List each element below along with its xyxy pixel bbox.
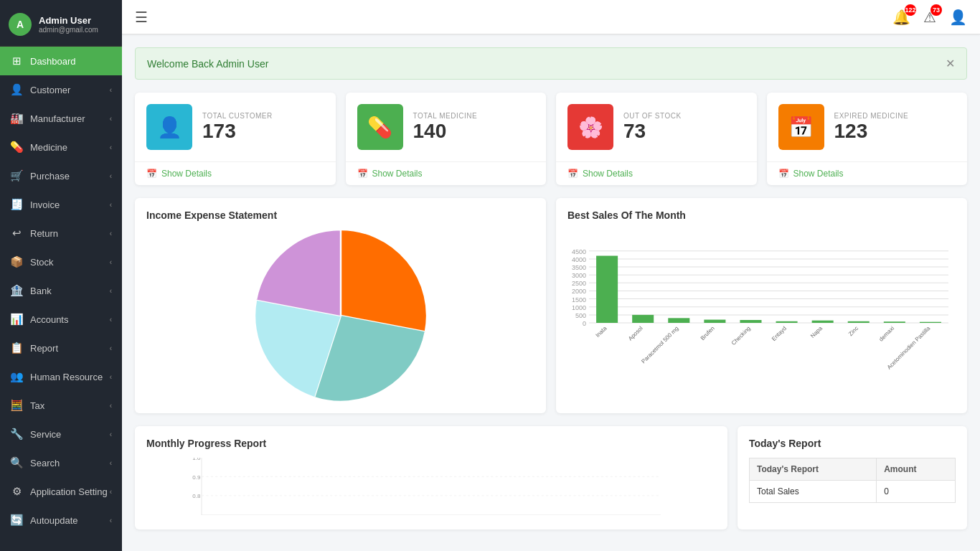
sidebar-item-application-setting[interactable]: ⚙ Application Setting ‹ — [0, 477, 122, 506]
sidebar-item-purchase[interactable]: 🛒 Purchase ‹ — [0, 161, 122, 190]
sidebar: A Admin User admin@gmail.com ⊞ Dashboard… — [0, 0, 122, 551]
user-email: admin@gmail.com — [39, 26, 98, 34]
sidebar-icon-accounts: 📊 — [10, 313, 23, 326]
calendar-icon: 📅 — [778, 169, 789, 179]
stat-icon-box-total-customer: 👤 — [146, 104, 192, 150]
sidebar-label-dashboard: Dashboard — [30, 56, 76, 67]
show-details-out-of-stock[interactable]: 📅 Show Details — [556, 161, 757, 185]
sidebar-label-return: Return — [30, 228, 58, 239]
svg-text:2000: 2000 — [572, 288, 586, 295]
svg-text:0: 0 — [583, 320, 586, 327]
sidebar-label-autoupdate: Autoupdate — [30, 515, 78, 526]
stat-card-top: 👤 TOTAL CUSTOMER 173 — [135, 93, 336, 161]
sidebar-item-return[interactable]: ↩ Return ‹ — [0, 219, 122, 248]
report-table-row: Total Sales 0 — [750, 481, 956, 503]
sidebar-item-medicine[interactable]: 💊 Medicine ‹ — [0, 133, 122, 161]
sidebar-item-stock[interactable]: 📦 Stock ‹ — [0, 248, 122, 276]
svg-text:1.0: 1.0 — [192, 458, 201, 461]
show-details-label: Show Details — [793, 169, 844, 179]
sidebar-item-dashboard[interactable]: ⊞ Dashboard — [0, 47, 122, 75]
sidebar-item-search[interactable]: 🔍 Search ‹ — [0, 448, 122, 477]
stat-label-total-customer: TOTAL CUSTOMER — [202, 112, 324, 120]
show-details-total-medicine[interactable]: 📅 Show Details — [346, 161, 547, 185]
svg-text:3000: 3000 — [572, 272, 586, 279]
sidebar-label-human-resource: Human Resource — [30, 372, 103, 382]
svg-text:2500: 2500 — [572, 280, 586, 287]
sidebar-item-invoice[interactable]: 🧾 Invoice ‹ — [0, 190, 122, 219]
sidebar-label-stock: Stock — [30, 257, 54, 268]
sidebar-item-left: 👥 Human Resource — [10, 370, 103, 383]
sidebar-item-left: 🏦 Bank — [10, 284, 52, 297]
show-details-total-customer[interactable]: 📅 Show Details — [135, 161, 336, 185]
income-expense-chart: Income Expense Statement — [135, 198, 546, 413]
chevron-icon: ‹ — [110, 459, 112, 467]
chevron-icon: ‹ — [110, 373, 112, 381]
stat-card-expired-medicine: 📅 EXPIRED MEDICINE 123 📅 Show Details — [767, 93, 968, 185]
stat-label-expired-medicine: EXPIRED MEDICINE — [834, 112, 956, 120]
stat-card-total-customer: 👤 TOTAL CUSTOMER 173 📅 Show Details — [135, 93, 336, 185]
welcome-banner: Welcome Back Admin User ✕ — [135, 47, 967, 80]
sidebar-item-bank[interactable]: 🏦 Bank ‹ — [0, 276, 122, 305]
svg-text:500: 500 — [575, 312, 586, 319]
sidebar-item-human-resource[interactable]: 👥 Human Resource ‹ — [0, 362, 122, 391]
sidebar-nav: ⊞ Dashboard 👤 Customer ‹ 🏭 Manufacturer … — [0, 47, 122, 534]
calendar-icon: 📅 — [357, 169, 368, 179]
show-details-expired-medicine[interactable]: 📅 Show Details — [767, 161, 968, 185]
show-details-label: Show Details — [161, 169, 212, 179]
calendar-icon: 📅 — [146, 169, 157, 179]
sidebar-label-service: Service — [30, 429, 61, 440]
sidebar-icon-dashboard: ⊞ — [10, 55, 23, 67]
sidebar-icon-bank: 🏦 — [10, 284, 23, 297]
svg-text:4500: 4500 — [572, 248, 586, 255]
bar-6 — [812, 321, 834, 323]
svg-text:1500: 1500 — [572, 296, 586, 303]
sidebar-item-customer[interactable]: 👤 Customer ‹ — [0, 75, 122, 104]
sidebar-icon-customer: 👤 — [10, 83, 23, 96]
warning-alert[interactable]: ⚠ 73 — [923, 9, 936, 26]
svg-text:demaxi: demaxi — [878, 325, 896, 343]
svg-text:0.8: 0.8 — [192, 493, 201, 499]
close-banner-button[interactable]: ✕ — [946, 57, 955, 70]
best-sales-chart: Best Sales Of The Month 0500100015002000… — [556, 198, 967, 413]
chevron-icon: ‹ — [110, 402, 112, 410]
monthly-progress-card: Monthly Progress Report 1.0 0.9 0.8 — [135, 426, 727, 529]
hamburger-button[interactable]: ☰ — [135, 9, 148, 26]
bar-chart-svg: 050010001500200025003000350040004500Inat… — [567, 230, 956, 402]
sidebar-label-report: Report — [30, 343, 58, 354]
sidebar-icon-report: 📋 — [10, 342, 23, 354]
sidebar-icon-medicine: 💊 — [10, 141, 23, 154]
today-report-card: Today's Report Today's ReportAmount Tota… — [738, 426, 967, 529]
user-name: Admin User — [39, 15, 98, 26]
sidebar-icon-search: 🔍 — [10, 456, 23, 469]
svg-text:Paracetmol 500 mg: Paracetmol 500 mg — [640, 325, 679, 364]
stat-value-expired-medicine: 123 — [834, 120, 956, 143]
sidebar-item-tax[interactable]: 🧮 Tax ‹ — [0, 391, 122, 420]
sidebar-icon-purchase: 🛒 — [10, 169, 23, 182]
notification-badge: 122 — [905, 4, 916, 16]
pie-chart-container — [146, 230, 534, 402]
sidebar-label-accounts: Accounts — [30, 314, 68, 325]
svg-text:Zinc: Zinc — [847, 325, 859, 337]
sidebar-label-manufacturer: Manufacturer — [30, 113, 85, 124]
svg-text:Checking: Checking — [730, 325, 752, 347]
sidebar-item-manufacturer[interactable]: 🏭 Manufacturer ‹ — [0, 104, 122, 133]
main-area: ☰ 🔔 122 ⚠ 73 👤 Welcome Back Admin User ✕… — [122, 0, 980, 551]
bar-2 — [668, 318, 689, 323]
notification-bell[interactable]: 🔔 122 — [892, 9, 910, 26]
sidebar-label-customer: Customer — [30, 85, 70, 95]
pie-segment-income — [341, 230, 427, 331]
user-menu[interactable]: 👤 — [949, 9, 967, 26]
chevron-icon: ‹ — [110, 344, 112, 352]
sidebar-item-report[interactable]: 📋 Report ‹ — [0, 334, 122, 362]
user-icon: 👤 — [949, 9, 967, 25]
charts-row: Income Expense Statement Best Sales Of T… — [135, 198, 967, 413]
sidebar-item-accounts[interactable]: 📊 Accounts ‹ — [0, 305, 122, 334]
stat-card-top: 📅 EXPIRED MEDICINE 123 — [767, 93, 968, 161]
chevron-icon: ‹ — [110, 230, 112, 237]
chevron-icon: ‹ — [110, 115, 112, 123]
sidebar-item-autoupdate[interactable]: 🔄 Autoupdate ‹ — [0, 506, 122, 534]
stat-card-top: 🌸 OUT OF STOCK 73 — [556, 93, 757, 161]
sidebar-item-service[interactable]: 🔧 Service ‹ — [0, 420, 122, 448]
sidebar-icon-invoice: 🧾 — [10, 198, 23, 211]
sidebar-item-left: ⚙ Application Setting — [10, 485, 108, 498]
